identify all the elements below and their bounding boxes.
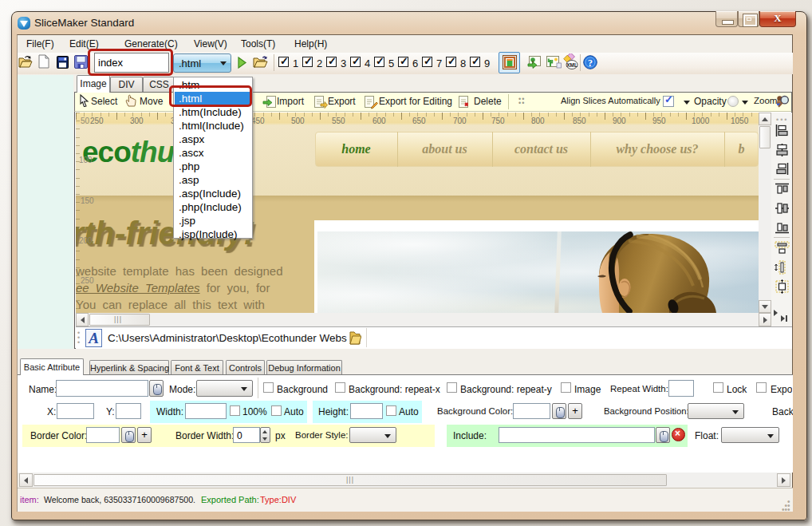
svg-text:?: ? — [588, 57, 593, 69]
svg-text:XML: XML — [566, 62, 577, 68]
